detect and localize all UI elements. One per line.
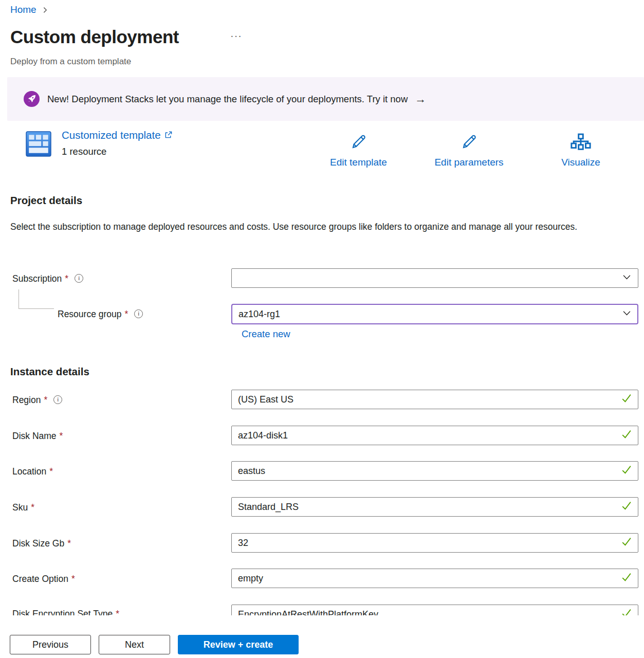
region-input[interactable] <box>231 390 638 409</box>
wizard-footer: Previous Next Review + create <box>0 615 644 658</box>
required-asterisk: * <box>44 395 47 406</box>
create-option-row: Create Option * <box>0 569 638 588</box>
edit-template-button[interactable]: Edit template <box>308 133 409 168</box>
hierarchy-icon <box>571 133 591 154</box>
location-input[interactable] <box>231 461 638 481</box>
info-icon[interactable]: i <box>134 309 143 318</box>
visualize-button[interactable]: Visualize <box>529 133 632 168</box>
template-resource-count: 1 resource <box>62 146 106 157</box>
banner-message: New! Deployment Stacks let you manage th… <box>47 94 408 105</box>
sku-label: Sku * <box>0 497 231 517</box>
project-details-description: Select the subscription to manage deploy… <box>10 219 609 235</box>
project-details-heading: Project details <box>10 194 82 207</box>
subscription-select[interactable] <box>231 268 638 288</box>
region-label: Region * i <box>0 390 231 409</box>
disk-name-input[interactable] <box>231 426 638 445</box>
disk-size-label: Disk Size Gb * <box>0 533 231 553</box>
sku-row: Sku * <box>0 497 638 517</box>
valid-check-icon <box>620 536 632 550</box>
resource-group-label: Resource group * i <box>0 304 231 324</box>
resource-group-row: Resource group * i az104-rg1 <box>0 304 638 324</box>
required-asterisk: * <box>49 466 53 477</box>
customized-template-link[interactable]: Customized template <box>62 129 172 141</box>
valid-check-icon <box>620 429 632 443</box>
create-option-label: Create Option * <box>0 569 231 588</box>
resource-group-select[interactable]: az104-rg1 <box>231 304 638 324</box>
required-asterisk: * <box>60 431 63 442</box>
valid-check-icon <box>620 572 632 586</box>
disk-size-row: Disk Size Gb * <box>0 533 638 553</box>
next-button[interactable]: Next <box>99 635 170 654</box>
required-asterisk: * <box>71 574 75 584</box>
create-new-link[interactable]: Create new <box>242 328 290 340</box>
pencil-icon <box>459 133 479 154</box>
external-link-icon <box>164 129 172 141</box>
required-asterisk: * <box>67 538 71 549</box>
info-icon[interactable]: i <box>75 274 83 283</box>
arrow-right-icon: → <box>415 93 426 106</box>
subscription-row: Subscription * i <box>0 268 638 288</box>
instance-details-heading: Instance details <box>10 365 89 378</box>
subscription-label: Subscription * i <box>0 268 231 288</box>
chevron-right-icon <box>42 7 48 13</box>
more-options-icon[interactable]: ··· <box>230 30 242 42</box>
required-asterisk: * <box>65 273 68 284</box>
previous-button[interactable]: Previous <box>10 635 91 654</box>
valid-check-icon <box>620 500 632 514</box>
rocket-icon <box>24 91 40 107</box>
location-label: Location * <box>0 461 231 481</box>
template-toolbar: Edit template Edit parameters <box>308 133 637 168</box>
sku-input[interactable] <box>231 497 638 517</box>
pencil-icon <box>349 133 368 154</box>
required-asterisk: * <box>31 502 34 513</box>
deployment-stacks-banner[interactable]: New! Deployment Stacks let you manage th… <box>7 77 644 121</box>
create-option-input[interactable] <box>231 569 638 588</box>
disk-name-row: Disk Name * <box>0 426 638 445</box>
disk-name-label: Disk Name * <box>0 426 231 445</box>
breadcrumb: Home <box>10 4 48 15</box>
region-row: Region * i <box>0 390 638 409</box>
required-asterisk: * <box>125 309 128 320</box>
valid-check-icon <box>620 464 632 478</box>
valid-check-icon <box>620 393 632 407</box>
disk-size-input[interactable] <box>231 533 638 553</box>
page-title: Custom deployment <box>10 27 179 47</box>
page-subtitle: Deploy from a custom template <box>10 57 131 67</box>
template-icon <box>26 131 51 157</box>
review-create-button[interactable]: Review + create <box>178 635 299 654</box>
info-icon[interactable]: i <box>53 395 62 404</box>
edit-parameters-button[interactable]: Edit parameters <box>409 133 529 168</box>
location-row: Location * <box>0 461 638 481</box>
breadcrumb-home-link[interactable]: Home <box>10 4 36 15</box>
